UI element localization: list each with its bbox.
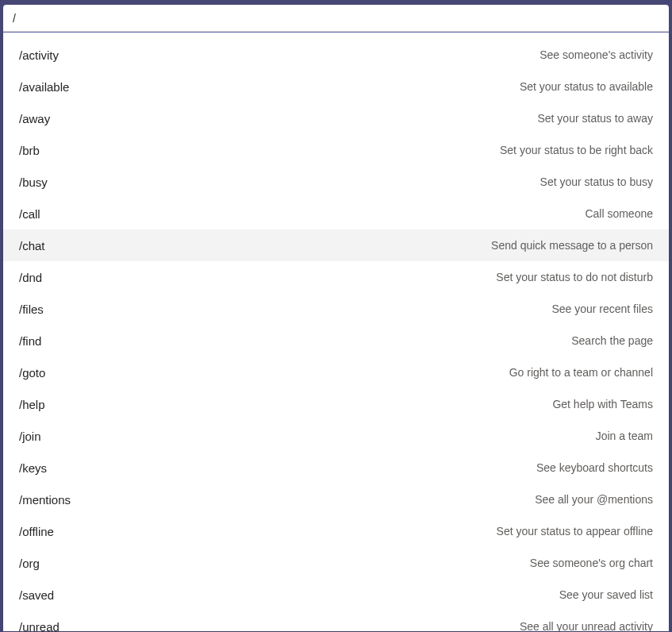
- command-item[interactable]: /joinJoin a team: [3, 420, 669, 452]
- command-name: /busy: [19, 175, 48, 189]
- command-item[interactable]: /busySet your status to busy: [3, 166, 669, 198]
- command-name: /call: [19, 207, 40, 221]
- command-name: /join: [19, 430, 41, 443]
- command-name: /dnd: [19, 271, 42, 284]
- command-name: /goto: [19, 366, 45, 380]
- command-description: See your saved list: [559, 588, 653, 601]
- command-name: /away: [19, 112, 50, 125]
- command-description: Set your status to be right back: [500, 144, 653, 156]
- command-item[interactable]: /callCall someone: [3, 198, 669, 229]
- command-description: See keyboard shortcuts: [536, 461, 653, 474]
- command-description: Call someone: [585, 207, 653, 220]
- command-description: Set your status to do not disturb: [496, 271, 653, 283]
- command-name: /available: [19, 80, 69, 94]
- command-name: /find: [19, 334, 41, 348]
- command-item[interactable]: /offlineSet your status to appear offlin…: [3, 515, 669, 547]
- search-bar-container: [0, 0, 672, 32]
- command-description: See someone's org chart: [530, 557, 653, 569]
- command-item[interactable]: /savedSee your saved list: [3, 579, 669, 611]
- command-description: Go right to a team or channel: [509, 366, 653, 379]
- command-item[interactable]: /activitySee someone's activity: [3, 39, 669, 71]
- command-description: Join a team: [596, 430, 653, 442]
- command-item[interactable]: /findSearch the page: [3, 325, 669, 356]
- command-description: See all your unread activity: [520, 620, 653, 631]
- command-description: Set your status to available: [520, 80, 653, 93]
- command-item[interactable]: /orgSee someone's org chart: [3, 547, 669, 579]
- command-list: /activitySee someone's activity/availabl…: [3, 33, 669, 631]
- command-item[interactable]: /awaySet your status to away: [3, 102, 669, 134]
- command-item[interactable]: /helpGet help with Teams: [3, 388, 669, 420]
- command-name: /brb: [19, 144, 40, 157]
- command-description: Send quick message to a person: [491, 239, 653, 252]
- command-item[interactable]: /dndSet your status to do not disturb: [3, 261, 669, 293]
- command-name: /offline: [19, 525, 54, 538]
- command-description: Set your status to busy: [540, 175, 653, 188]
- command-item[interactable]: /keysSee keyboard shortcuts: [3, 452, 669, 484]
- command-description: Set your status to away: [537, 112, 653, 125]
- command-item[interactable]: /unreadSee all your unread activity: [3, 611, 669, 631]
- command-name: /keys: [19, 461, 47, 475]
- command-item[interactable]: /brbSet your status to be right back: [3, 134, 669, 166]
- command-item[interactable]: /availableSet your status to available: [3, 71, 669, 102]
- command-search-input[interactable]: [13, 12, 659, 25]
- command-name: /saved: [19, 588, 54, 602]
- search-box[interactable]: [3, 5, 669, 32]
- command-description: Set your status to appear offline: [497, 525, 653, 538]
- command-item[interactable]: /chatSend quick message to a person: [3, 229, 669, 261]
- command-description: Get help with Teams: [552, 398, 653, 410]
- command-name: /files: [19, 303, 44, 316]
- command-description: Search the page: [571, 334, 653, 347]
- command-description: See someone's activity: [540, 48, 653, 61]
- command-dropdown: /activitySee someone's activity/availabl…: [3, 32, 669, 631]
- command-name: /org: [19, 557, 40, 570]
- command-item[interactable]: /mentionsSee all your @mentions: [3, 484, 669, 515]
- command-item[interactable]: /gotoGo right to a team or channel: [3, 356, 669, 388]
- command-name: /help: [19, 398, 45, 411]
- command-description: See your recent files: [551, 303, 653, 315]
- command-item[interactable]: /filesSee your recent files: [3, 293, 669, 325]
- command-name: /unread: [19, 620, 60, 632]
- command-name: /activity: [19, 48, 59, 62]
- command-name: /chat: [19, 239, 45, 252]
- command-name: /mentions: [19, 493, 71, 507]
- command-description: See all your @mentions: [535, 493, 653, 506]
